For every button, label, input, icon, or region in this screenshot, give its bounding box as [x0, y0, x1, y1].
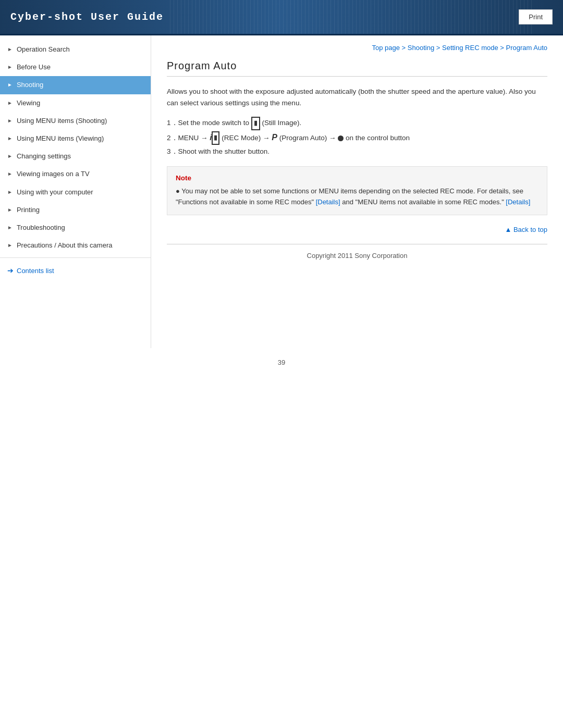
note-bullet: ●: [176, 187, 180, 195]
sidebar-label-printing: Printing: [17, 205, 40, 215]
arrow-icon: ►: [7, 170, 13, 178]
sidebar-label-shooting: Shooting: [17, 80, 43, 90]
circle-button-icon: [338, 135, 344, 141]
print-button[interactable]: Print: [519, 9, 553, 24]
sidebar-divider: [0, 257, 151, 258]
sidebar-item-shooting[interactable]: ► Shooting: [0, 76, 151, 94]
back-to-top-label: Back to top: [513, 226, 547, 233]
sidebar-label-using-menu-shooting: Using MENU items (Shooting): [17, 116, 107, 126]
sidebar-label-viewing-images-tv: Viewing images on a TV: [17, 169, 90, 179]
arrow-icon: ►: [7, 242, 13, 249]
sidebar-label-troubleshooting: Troubleshooting: [17, 223, 65, 232]
arrow-icon: ►: [7, 135, 13, 142]
sidebar-item-using-with-computer[interactable]: ► Using with your computer: [0, 183, 151, 201]
sidebar-label-using-with-computer: Using with your computer: [17, 188, 93, 197]
copyright-text: Copyright 2011 Sony Corporation: [307, 252, 408, 260]
arrow-icon: ►: [7, 100, 13, 107]
triangle-up-icon: ▲: [505, 226, 511, 233]
arrow-right-icon: ➔: [7, 266, 14, 275]
sidebar-item-precautions[interactable]: ► Precautions / About this camera: [0, 237, 151, 254]
sidebar-label-viewing: Viewing: [17, 98, 40, 108]
sidebar-label-precautions: Precautions / About this camera: [17, 241, 113, 250]
sidebar-label-operation-search: Operation Search: [17, 45, 70, 54]
note-box: Note ● You may not be able to set some f…: [167, 166, 547, 216]
arrow-icon: ►: [7, 64, 13, 71]
sidebar-label-changing-settings: Changing settings: [17, 152, 71, 161]
page-title: Program Auto: [167, 60, 547, 77]
footer: Copyright 2011 Sony Corporation: [167, 244, 547, 267]
arrow-icon: ►: [7, 81, 13, 89]
p-icon: P: [272, 133, 277, 142]
main-content: Top page > Shooting > Setting REC mode >…: [151, 35, 563, 348]
breadcrumb-setting-rec[interactable]: Setting REC mode: [442, 44, 498, 52]
page-description: Allows you to shoot with the exposure ad…: [167, 86, 547, 108]
arrow-icon: ►: [7, 224, 13, 231]
sidebar-item-changing-settings[interactable]: ► Changing settings: [0, 147, 151, 165]
breadcrumb-sep1: >: [402, 44, 408, 52]
sidebar-item-viewing-images-tv[interactable]: ► Viewing images on a TV: [0, 165, 151, 183]
sidebar-item-troubleshooting[interactable]: ► Troubleshooting: [0, 219, 151, 237]
sidebar-item-printing[interactable]: ► Printing: [0, 201, 151, 219]
details-link-2[interactable]: [Details]: [506, 198, 530, 206]
arrow-icon: ►: [7, 189, 13, 196]
step-2: 2．MENU → i▮ (REC Mode) → P (Program Auto…: [167, 130, 547, 145]
back-to-top[interactable]: ▲ Back to top: [167, 226, 547, 233]
sidebar-label-before-use: Before Use: [17, 63, 51, 72]
details-link-1[interactable]: [Details]: [316, 198, 340, 206]
sidebar-item-before-use[interactable]: ► Before Use: [0, 58, 151, 76]
site-title: Cyber-shot User Guide: [10, 11, 164, 23]
back-to-top-link[interactable]: ▲ Back to top: [505, 226, 547, 233]
sidebar-item-viewing[interactable]: ► Viewing: [0, 94, 151, 112]
step-3: 3．Shoot with the shutter button.: [167, 145, 547, 158]
page-number: 39: [0, 348, 563, 372]
contents-list-link[interactable]: ➔ Contents list: [0, 261, 151, 280]
page-layout: ► Operation Search ► Before Use ► Shooti…: [0, 35, 563, 348]
breadcrumb-top[interactable]: Top page: [372, 44, 400, 52]
breadcrumb-sep2: >: [436, 44, 442, 52]
note-text: ● You may not be able to set some functi…: [176, 186, 538, 208]
camera-icon: ▮: [251, 117, 260, 130]
sidebar-label-using-menu-viewing: Using MENU items (Viewing): [17, 134, 104, 143]
header: Cyber-shot User Guide Print: [0, 0, 563, 35]
sidebar-item-using-menu-viewing[interactable]: ► Using MENU items (Viewing): [0, 130, 151, 147]
rec-icon: ▮: [212, 131, 219, 145]
sidebar-item-using-menu-shooting[interactable]: ► Using MENU items (Shooting): [0, 112, 151, 130]
arrow-icon: ►: [7, 46, 13, 53]
contents-list-label: Contents list: [17, 267, 54, 275]
step-1: 1．Set the mode switch to ▮ (Still Image)…: [167, 117, 547, 130]
arrow-icon: ►: [7, 117, 13, 125]
sidebar: ► Operation Search ► Before Use ► Shooti…: [0, 35, 151, 348]
sidebar-item-operation-search[interactable]: ► Operation Search: [0, 41, 151, 58]
note-title: Note: [176, 174, 538, 182]
breadcrumb-program-auto[interactable]: Program Auto: [506, 44, 548, 52]
arrow-icon: ►: [7, 153, 13, 160]
arrow-icon: ►: [7, 206, 13, 214]
breadcrumb: Top page > Shooting > Setting REC mode >…: [167, 41, 547, 52]
breadcrumb-sep3: >: [500, 44, 506, 52]
steps-list: 1．Set the mode switch to ▮ (Still Image)…: [167, 117, 547, 158]
breadcrumb-shooting[interactable]: Shooting: [408, 44, 434, 52]
